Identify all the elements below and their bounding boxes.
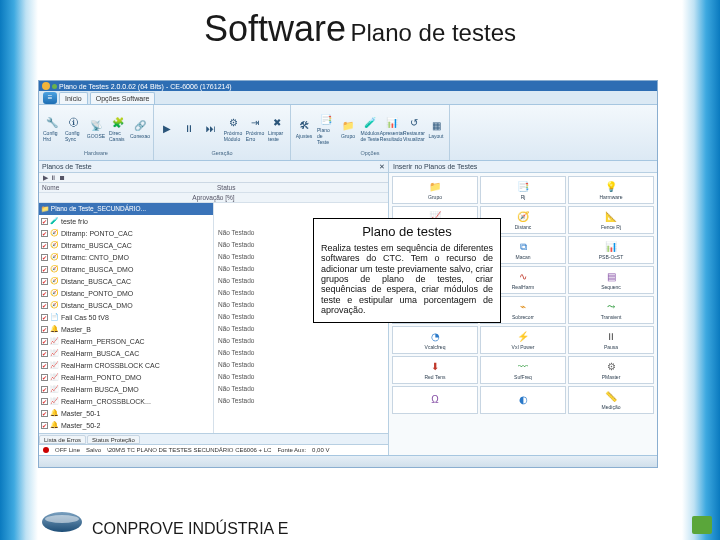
ribbon-show-res[interactable]: 📊Apresentar Resultado <box>382 110 402 148</box>
tree-checkbox[interactable]: ✔ <box>41 314 48 321</box>
palette-label: VxI Power <box>512 344 535 350</box>
status-led-icon <box>43 447 49 453</box>
ribbon-settings[interactable]: ⚙Próximo Módulo <box>223 110 243 148</box>
palette-item[interactable]: Ω <box>392 386 478 414</box>
palette-item[interactable]: ◐ <box>480 386 566 414</box>
tree-item[interactable]: ✔🔔Master_50-1 <box>39 407 213 419</box>
palette-icon: 📑 <box>517 180 530 193</box>
palette-medição[interactable]: 📏Medição <box>568 386 654 414</box>
tree-item[interactable]: ✔📈RealHarm BUSCA_DMO <box>39 383 213 395</box>
palette-grupo[interactable]: 📁Grupo <box>392 176 478 204</box>
tree-item[interactable]: ✔🔔Master_50-2 <box>39 419 213 431</box>
tree-item-icon: 🧪 <box>50 217 59 226</box>
tree-item[interactable]: ✔📈RealHarm_PONTO_DMO <box>39 371 213 383</box>
ribbon-config-sync[interactable]: 🛈Config Sync <box>64 110 84 148</box>
tree-item[interactable]: ✔📈RealHarm_PERSON_CAC <box>39 335 213 347</box>
ribbon-plans[interactable]: 📑Plano de Teste <box>316 110 336 148</box>
ribbon-grupo[interactable]: 📁Grupo <box>338 110 358 148</box>
tab-opcoes-software[interactable]: Opções Software <box>90 92 156 104</box>
palette-harmware[interactable]: 💡Harmware <box>568 176 654 204</box>
palette-rj[interactable]: 📑Rj <box>480 176 566 204</box>
palette-red tens[interactable]: ⬇Red Tens <box>392 356 478 384</box>
tree-item-status: Não Testado <box>214 347 388 359</box>
tree-item[interactable]: ✔🧭Distanc_PONTO_DMO <box>39 287 213 299</box>
tree-checkbox[interactable]: ✔ <box>41 326 48 333</box>
status-salvo: Salvo <box>86 447 101 453</box>
tree-checkbox[interactable]: ✔ <box>41 374 48 381</box>
tree-item[interactable]: ✔🧭Ditramc_BUSCA_DMO <box>39 263 213 275</box>
palette-pmaster[interactable]: ⚙PMaster <box>568 356 654 384</box>
ribbon-canais[interactable]: 🧩Direc Canais <box>108 110 128 148</box>
tree-root[interactable]: 📁 Plano de Teste_SECUNDÁRIO... <box>39 203 213 215</box>
palette-suffreq[interactable]: 〰SufFreq <box>480 356 566 384</box>
palette-label: Vcalcfreq <box>425 344 446 350</box>
palette-pausa[interactable]: ⏸Pausa <box>568 326 654 354</box>
tree-item-label: Distanc_BUSCA_CAC <box>61 278 131 285</box>
layout-label: Layout <box>428 133 443 139</box>
ribbon-goose[interactable]: 📡GOOSE <box>86 110 106 148</box>
tree-item[interactable]: ✔🧭Ditramc_BUSCA_CAC <box>39 239 213 251</box>
tree-checkbox[interactable]: ✔ <box>41 218 48 225</box>
tree-checkbox[interactable]: ✔ <box>41 230 48 237</box>
ribbon-ajustes[interactable]: 🛠Ajustes <box>294 110 314 148</box>
tree-checkbox[interactable]: ✔ <box>41 362 48 369</box>
palette-label: Transient <box>601 314 622 320</box>
palette-psb-ocst[interactable]: 📊PSB-OcST <box>568 236 654 264</box>
ribbon-play[interactable]: ▶ <box>157 110 177 148</box>
tree-item[interactable]: ✔📈RealHarm_CROSSBLOCK... <box>39 395 213 407</box>
show-res-icon: 📊 <box>385 115 399 129</box>
tab-status-protecao[interactable]: Status Proteção <box>87 435 140 444</box>
ribbon-pause[interactable]: ⏸ <box>179 110 199 148</box>
tree-checkbox[interactable]: ✔ <box>41 338 48 345</box>
next-err-icon: ⇥ <box>248 115 262 129</box>
palette-vcalcfreq[interactable]: ◔Vcalcfreq <box>392 326 478 354</box>
tree-checkbox[interactable]: ✔ <box>41 386 48 393</box>
ribbon-clear[interactable]: ✖Limpar teste <box>267 110 287 148</box>
palette-sequenc[interactable]: ▤Sequenc <box>568 266 654 294</box>
tree-item[interactable]: ✔📄Fail Cas 50 tV8 <box>39 311 213 323</box>
tree-checkbox[interactable]: ✔ <box>41 398 48 405</box>
ribbon-restore[interactable]: ↺Restaurar Visualizar <box>404 110 424 148</box>
tree-checkbox[interactable]: ✔ <box>41 350 48 357</box>
tree-item[interactable]: ✔🧭Ditramc: CNTO_DMO <box>39 251 213 263</box>
tree-item[interactable]: ✔📈RealHarm_BUSCA_CAC <box>39 347 213 359</box>
tree-item[interactable]: ✔🧭Distanc_BUSCA_DMO <box>39 299 213 311</box>
app-bottom-bar <box>39 455 657 467</box>
tree-item-label: RealHarm BUSCA_DMO <box>61 386 139 393</box>
tree-checkbox[interactable]: ✔ <box>41 302 48 309</box>
ribbon-next-err[interactable]: ⇥Próximo Erro <box>245 110 265 148</box>
tree-checkbox[interactable]: ✔ <box>41 422 48 429</box>
tree-checkbox[interactable]: ✔ <box>41 278 48 285</box>
ribbon-next[interactable]: ⏭ <box>201 110 221 148</box>
mini-toolbar[interactable]: ▶ ⏸ ⏹ <box>39 173 388 183</box>
tree-item[interactable]: ✔🧭Distanc_BUSCA_CAC <box>39 275 213 287</box>
ribbon-group-label: Geração <box>211 150 232 158</box>
palette-label: PMaster <box>602 374 621 380</box>
ribbon-group-opções: 🛠Ajustes📑Plano de Teste📁Grupo🧪Módulos de… <box>291 105 450 160</box>
palette-vxi power[interactable]: ⚡VxI Power <box>480 326 566 354</box>
tree-checkbox[interactable]: ✔ <box>41 242 48 249</box>
tree-item[interactable]: ✔📈RealHarm CROSSBLOCK CAC <box>39 359 213 371</box>
tree-item[interactable]: ✔🧭Ditramp: PONTO_CAC <box>39 227 213 239</box>
modules-icon: 🧪 <box>363 115 377 129</box>
app-orb-icon[interactable] <box>42 82 50 90</box>
tree-checkbox[interactable]: ✔ <box>41 254 48 261</box>
palette-fence rj[interactable]: 📐Fence Rj <box>568 206 654 234</box>
palette-icon: 📏 <box>605 390 618 403</box>
tree-item-status: Não Testado <box>214 395 388 407</box>
tree-checkbox[interactable]: ✔ <box>41 290 48 297</box>
tree-item[interactable]: ✔🧪teste frio <box>39 215 213 227</box>
pause-icon: ⏸ <box>182 122 196 136</box>
ribbon-conexao[interactable]: 🔗Conexao <box>130 110 150 148</box>
palette-transient[interactable]: ⤳Transient <box>568 296 654 324</box>
ribbon-modules[interactable]: 🧪Módulos de Teste <box>360 110 380 148</box>
tree-item-label: Master_B <box>61 326 91 333</box>
app-menu-button[interactable]: ≡ <box>43 92 57 104</box>
ribbon-layout[interactable]: ▦Layout <box>426 110 446 148</box>
tree-item[interactable]: ✔🔔Master_B <box>39 323 213 335</box>
tab-inicio[interactable]: Início <box>59 92 88 104</box>
tree-checkbox[interactable]: ✔ <box>41 410 48 417</box>
tab-lista-erros[interactable]: Lista de Erros <box>39 435 86 444</box>
tree-checkbox[interactable]: ✔ <box>41 266 48 273</box>
ribbon-config-hrd[interactable]: 🔧Config Hrd <box>42 110 62 148</box>
